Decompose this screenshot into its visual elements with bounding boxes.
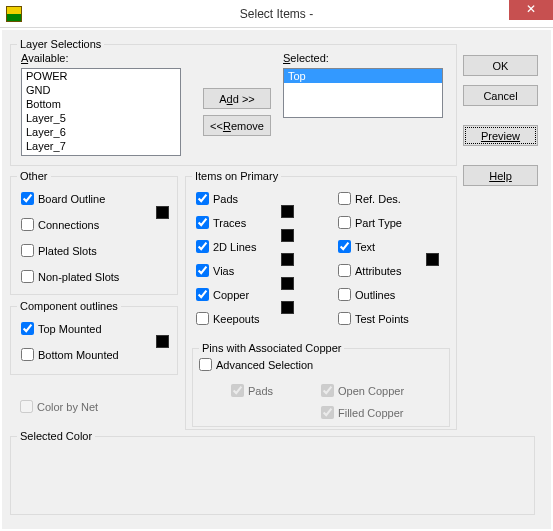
close-button[interactable]: ✕ [509, 0, 553, 20]
pads-swatch[interactable] [281, 205, 294, 218]
items-on-primary-legend: Items on Primary [192, 170, 281, 182]
outlines-checkbox[interactable]: Outlines [338, 288, 395, 301]
vias-checkbox[interactable]: Vias [196, 264, 234, 277]
list-item[interactable]: Layer_5 [22, 111, 180, 125]
board-outline-swatch[interactable] [156, 206, 169, 219]
client-area: OK Cancel Preview Help Layer Selections … [2, 30, 551, 529]
ok-button[interactable]: OK [463, 55, 538, 76]
selected-listbox[interactable]: Top [283, 68, 443, 118]
top-mounted-checkbox[interactable]: Top Mounted [21, 322, 102, 335]
list-item[interactable]: Layer_7 [22, 139, 180, 153]
component-outlines-group: Component outlines Top Mounted Bottom Mo… [10, 300, 178, 375]
selected-color-legend: Selected Color [17, 430, 95, 442]
keepouts-checkbox[interactable]: Keepouts [196, 312, 259, 325]
copper-checkbox[interactable]: Copper [196, 288, 249, 301]
2dlines-checkbox[interactable]: 2D Lines [196, 240, 256, 253]
pins-pads-checkbox: Pads [231, 384, 273, 397]
color-by-net-checkbox: Color by Net [20, 400, 98, 413]
2dlines-swatch[interactable] [281, 253, 294, 266]
items-on-primary-group: Items on Primary Pads Traces 2D Lines Vi… [185, 170, 457, 430]
add-button[interactable]: Add >> [203, 88, 271, 109]
preview-button[interactable]: Preview [463, 125, 538, 146]
plated-slots-checkbox[interactable]: Plated Slots [21, 244, 97, 257]
cancel-button[interactable]: Cancel [463, 85, 538, 106]
available-label: Available: [21, 52, 69, 64]
bottom-mounted-checkbox[interactable]: Bottom Mounted [21, 348, 119, 361]
layer-selections-group: Layer Selections Available: POWER GND Bo… [10, 38, 457, 166]
selected-label: Selected: [283, 52, 329, 64]
attributes-checkbox[interactable]: Attributes [338, 264, 401, 277]
board-outline-checkbox[interactable]: Board Outline [21, 192, 105, 205]
testpoints-checkbox[interactable]: Test Points [338, 312, 409, 325]
list-item[interactable]: GND [22, 83, 180, 97]
top-mounted-swatch[interactable] [156, 335, 169, 348]
window-title: Select Items - [0, 7, 553, 21]
component-outlines-legend: Component outlines [17, 300, 121, 312]
advanced-selection-checkbox[interactable]: Advanced Selection [199, 358, 313, 371]
filled-copper-checkbox: Filled Copper [321, 406, 403, 419]
vias-swatch[interactable] [281, 277, 294, 290]
traces-swatch[interactable] [281, 229, 294, 242]
pads-checkbox[interactable]: Pads [196, 192, 238, 205]
other-legend: Other [17, 170, 51, 182]
traces-checkbox[interactable]: Traces [196, 216, 246, 229]
remove-button[interactable]: <<Remove [203, 115, 271, 136]
list-item[interactable]: Layer_6 [22, 125, 180, 139]
text-swatch[interactable] [426, 253, 439, 266]
open-copper-checkbox: Open Copper [321, 384, 404, 397]
layer-selections-legend: Layer Selections [17, 38, 104, 50]
help-button[interactable]: Help [463, 165, 538, 186]
titlebar: Select Items - ✕ [0, 0, 553, 28]
nonplated-slots-checkbox[interactable]: Non-plated Slots [21, 270, 119, 283]
pins-associated-copper-legend: Pins with Associated Copper [199, 342, 344, 354]
other-group: Other Board Outline Connections Plated S… [10, 170, 178, 295]
list-item[interactable]: Top [284, 69, 442, 83]
parttype-checkbox[interactable]: Part Type [338, 216, 402, 229]
pins-associated-copper-group: Pins with Associated Copper Advanced Sel… [192, 342, 450, 427]
text-checkbox[interactable]: Text [338, 240, 375, 253]
app-icon [6, 6, 22, 22]
list-item[interactable]: Bottom [22, 97, 180, 111]
selected-color-group: Selected Color [10, 430, 535, 515]
list-item[interactable]: POWER [22, 69, 180, 83]
refdes-checkbox[interactable]: Ref. Des. [338, 192, 401, 205]
available-listbox[interactable]: POWER GND Bottom Layer_5 Layer_6 Layer_7 [21, 68, 181, 156]
connections-checkbox[interactable]: Connections [21, 218, 99, 231]
window: Select Items - ✕ OK Cancel Preview Help … [0, 0, 553, 531]
copper-swatch[interactable] [281, 301, 294, 314]
